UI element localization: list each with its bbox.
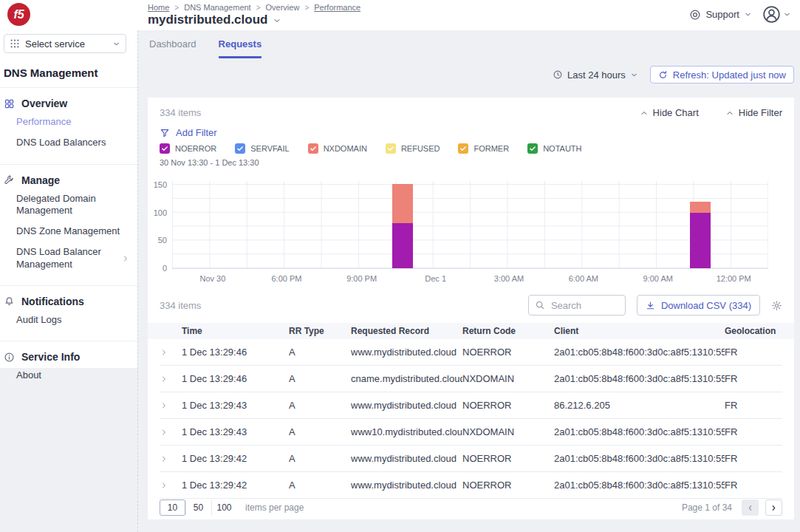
add-filter-button[interactable]: Add Filter bbox=[160, 127, 217, 138]
table-row: 1 Dec 13:29:42Awww.mydistributed.cloudNO… bbox=[160, 472, 782, 499]
cell-client: 2a01:cb05:8b48:f600:3d0c:a8f5:1310:55f4 bbox=[554, 426, 725, 437]
legend-label: FORMER bbox=[473, 144, 509, 153]
sidebar-group: OverviewPerformanceDNS Load Balancers bbox=[0, 88, 137, 156]
page-size-option-50[interactable]: 50 bbox=[185, 499, 211, 516]
chevron-up-icon bbox=[725, 109, 734, 117]
cell-return_code: NOERROR bbox=[462, 480, 554, 491]
hide-chart-button[interactable]: Hide Chart bbox=[640, 107, 699, 118]
tab-requests[interactable]: Requests bbox=[219, 38, 262, 58]
cell-return_code: NOERROR bbox=[462, 453, 554, 464]
sidebar-group: Service InfoAbout bbox=[0, 341, 137, 388]
row-expand-chevron-icon[interactable] bbox=[160, 481, 182, 490]
search-box[interactable] bbox=[528, 295, 626, 316]
row-expand-chevron-icon[interactable] bbox=[160, 428, 182, 437]
chart-bar[interactable] bbox=[690, 202, 711, 268]
sidebar-item-performance[interactable]: Performance bbox=[4, 112, 137, 132]
chart-bar[interactable] bbox=[392, 184, 413, 268]
column-header-geolocation: Geolocation bbox=[725, 326, 782, 336]
sidebar-item-delegated-domain-management[interactable]: Delegated Domain Management bbox=[4, 188, 137, 222]
sidebar-group-manage[interactable]: Manage bbox=[4, 172, 137, 188]
legend-item-notauth[interactable]: NOTAUTH bbox=[527, 143, 581, 154]
breadcrumb-item[interactable]: DNS Management bbox=[184, 3, 251, 12]
page-size-option-10[interactable]: 10 bbox=[160, 499, 185, 516]
cell-requested_record: www10.mydistributed.cloud bbox=[351, 426, 462, 437]
x-axis-label: 9:00 AM bbox=[643, 274, 673, 283]
info-icon bbox=[4, 352, 15, 363]
chart-plot-area bbox=[172, 181, 768, 269]
row-expand-chevron-icon[interactable] bbox=[160, 375, 182, 383]
legend-item-nxdomain[interactable]: NXDOMAIN bbox=[308, 143, 367, 154]
page-size-option-100[interactable]: 100 bbox=[211, 499, 237, 516]
sidebar-item-dns-zone-management[interactable]: DNS Zone Management bbox=[4, 221, 137, 242]
sidebar-group-notifications[interactable]: Notifications bbox=[4, 293, 137, 310]
table-settings-gear-icon[interactable] bbox=[771, 300, 782, 311]
legend-checkbox[interactable] bbox=[386, 143, 396, 154]
legend-checkbox[interactable] bbox=[458, 143, 468, 154]
grid-icon bbox=[4, 98, 15, 109]
cell-client: 2a01:cb05:8b48:f600:3d0c:a8f5:1310:55f4 bbox=[554, 453, 725, 464]
chevron-down-icon bbox=[112, 40, 120, 48]
breadcrumb-item[interactable]: Home bbox=[148, 3, 169, 12]
legend-item-former[interactable]: FORMER bbox=[458, 143, 509, 154]
requests-panel: 334 items Hide Chart Hide Filter bbox=[148, 98, 794, 519]
legend-item-refused[interactable]: REFUSED bbox=[386, 143, 440, 154]
cell-client: 2a01:cb05:8b48:f600:3d0c:a8f5:1310:55f4 bbox=[554, 373, 725, 384]
column-header-client: Client bbox=[554, 326, 725, 336]
breadcrumb-item[interactable]: Overview bbox=[266, 3, 300, 12]
cell-rr_type: A bbox=[289, 400, 351, 411]
service-selector-label: Select service bbox=[25, 38, 85, 50]
legend-item-servfail[interactable]: SERVFAIL bbox=[235, 143, 289, 154]
breadcrumb: Home>DNS Management>Overview>Performance bbox=[148, 3, 360, 12]
legend-checkbox[interactable] bbox=[160, 143, 170, 154]
sidebar-group-overview[interactable]: Overview bbox=[4, 95, 137, 112]
sidebar-item-label: Delegated Domain Management bbox=[16, 193, 96, 216]
refresh-button[interactable]: Refresh: Updated just now bbox=[650, 66, 794, 83]
sidebar-item-dns-load-balancer-management[interactable]: DNS Load Balancer Management bbox=[4, 242, 137, 275]
breadcrumb-item[interactable]: Performance bbox=[314, 3, 360, 12]
user-menu[interactable] bbox=[762, 5, 791, 24]
table-body: 1 Dec 13:29:46Awww.mydistributed.cloudNO… bbox=[160, 339, 782, 499]
service-selector[interactable]: Select service bbox=[4, 34, 126, 53]
tab-dashboard[interactable]: Dashboard bbox=[149, 38, 196, 58]
cell-time: 1 Dec 13:29:42 bbox=[182, 453, 289, 464]
cell-geolocation: FR bbox=[725, 373, 782, 384]
legend-checkbox[interactable] bbox=[308, 143, 318, 154]
chevron-down-icon bbox=[630, 71, 638, 79]
hide-filter-button[interactable]: Hide Filter bbox=[725, 107, 782, 118]
cell-return_code: NOERROR bbox=[462, 400, 554, 411]
chevron-up-icon bbox=[640, 109, 649, 117]
x-axis-label: Dec 1 bbox=[425, 274, 446, 283]
page-size-selector: 1050100 bbox=[160, 499, 237, 516]
support-menu[interactable]: Support bbox=[689, 9, 752, 21]
header-actions: Support bbox=[689, 5, 791, 24]
f5-logo: f5 bbox=[7, 3, 30, 26]
cell-geolocation: FR bbox=[725, 400, 782, 411]
legend-item-noerror[interactable]: NOERROR bbox=[160, 143, 216, 154]
table-row: 1 Dec 13:29:43Awww10.mydistributed.cloud… bbox=[160, 419, 782, 446]
cell-rr_type: A bbox=[289, 453, 351, 464]
cell-requested_record: www.mydistributed.cloud bbox=[351, 480, 462, 491]
sidebar-group-label: Service Info bbox=[21, 351, 80, 363]
sidebar-item-dns-load-balancers[interactable]: DNS Load Balancers bbox=[4, 132, 137, 153]
chevron-right-icon bbox=[121, 254, 130, 263]
cell-geolocation: FR bbox=[725, 426, 782, 437]
legend-checkbox[interactable] bbox=[527, 143, 538, 154]
time-range-dropdown[interactable]: Last 24 hours bbox=[553, 69, 638, 81]
chevron-down-icon bbox=[744, 10, 752, 18]
sidebar-group-service-info[interactable]: Service Info bbox=[4, 349, 137, 365]
row-expand-chevron-icon[interactable] bbox=[160, 454, 182, 463]
cell-requested_record: www.mydistributed.cloud bbox=[351, 453, 462, 464]
previous-page-button[interactable] bbox=[742, 499, 759, 516]
search-input[interactable] bbox=[550, 299, 619, 312]
download-csv-label: Download CSV (334) bbox=[661, 300, 751, 311]
next-page-button[interactable] bbox=[765, 499, 782, 516]
service-title-row[interactable]: mydistributed.cloud bbox=[148, 13, 281, 27]
download-csv-button[interactable]: Download CSV (334) bbox=[637, 295, 760, 316]
sidebar-item-audit-logs[interactable]: Audit Logs bbox=[4, 310, 137, 330]
legend-checkbox[interactable] bbox=[235, 143, 245, 154]
sidebar-section-title: DNS Management bbox=[4, 66, 129, 79]
row-expand-chevron-icon[interactable] bbox=[160, 401, 182, 410]
refresh-label: Refresh: Updated just now bbox=[673, 69, 786, 81]
sidebar-item-about[interactable]: About bbox=[4, 365, 137, 386]
row-expand-chevron-icon[interactable] bbox=[160, 348, 182, 357]
